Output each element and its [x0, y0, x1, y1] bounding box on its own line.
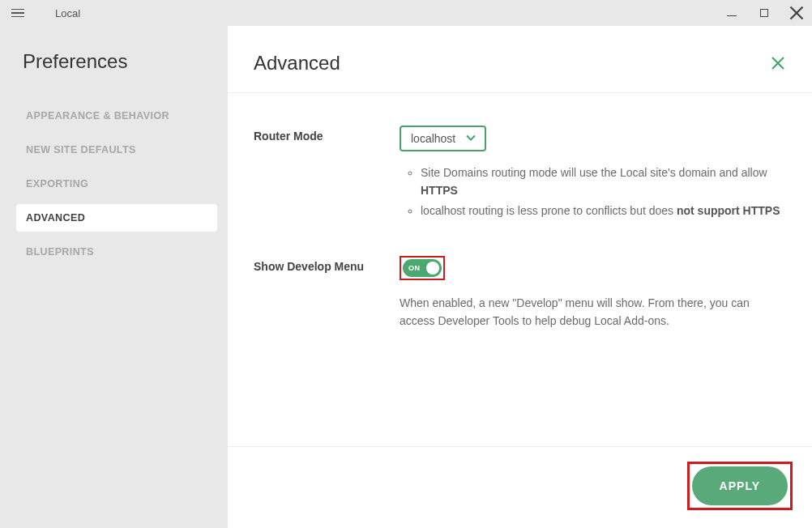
develop-menu-description: When enabled, a new "Develop" menu will … [400, 295, 786, 330]
close-window-button[interactable] [789, 6, 804, 20]
toggle-state-label: ON [408, 264, 421, 272]
close-panel-button[interactable] [770, 55, 786, 71]
maximize-button[interactable] [757, 6, 771, 20]
preferences-sidebar: Preferences APPEARANCE & BEHAVIOR NEW SI… [0, 26, 228, 528]
router-mode-value: localhost [411, 132, 455, 145]
develop-menu-row: Show Develop Menu ON When enabled, a new… [254, 256, 786, 330]
window-controls [724, 0, 804, 26]
page-title: Advanced [254, 52, 340, 75]
sidebar-item-exporting[interactable]: EXPORTING [16, 170, 217, 198]
apply-button[interactable]: APPLY [692, 466, 788, 505]
router-mode-hints: Site Domains routing mode will use the L… [400, 164, 786, 220]
minimize-button[interactable] [724, 6, 739, 20]
router-mode-row: Router Mode localhost Site Domains routi… [254, 126, 786, 224]
router-mode-label: Router Mode [254, 126, 400, 224]
apply-button-highlight: APPLY [687, 462, 793, 510]
develop-menu-toggle-highlight: ON [400, 256, 445, 280]
main-panel: Advanced Router Mode localhost [228, 26, 812, 528]
main-header: Advanced [228, 26, 812, 93]
chevron-down-icon [465, 132, 477, 146]
sidebar-item-appearance-behavior[interactable]: APPEARANCE & BEHAVIOR [16, 102, 217, 130]
hint-site-domains: Site Domains routing mode will use the L… [421, 164, 786, 199]
footer: APPLY [228, 446, 812, 528]
hint-localhost: localhost routing is less prone to confl… [421, 202, 786, 220]
develop-menu-label: Show Develop Menu [254, 256, 400, 330]
window-title: Local [55, 7, 80, 19]
title-bar: Local [0, 0, 812, 26]
sidebar-item-new-site-defaults[interactable]: NEW SITE DEFAULTS [16, 136, 217, 164]
hamburger-menu-icon[interactable] [11, 6, 24, 19]
toggle-knob [426, 262, 439, 275]
content-area: Router Mode localhost Site Domains routi… [228, 93, 812, 446]
sidebar-item-advanced[interactable]: ADVANCED [16, 204, 217, 232]
develop-menu-toggle[interactable]: ON [403, 259, 442, 277]
router-mode-select[interactable]: localhost [400, 126, 486, 151]
sidebar-heading: Preferences [23, 50, 218, 73]
sidebar-item-blueprints[interactable]: BLUEPRINTS [16, 238, 217, 266]
